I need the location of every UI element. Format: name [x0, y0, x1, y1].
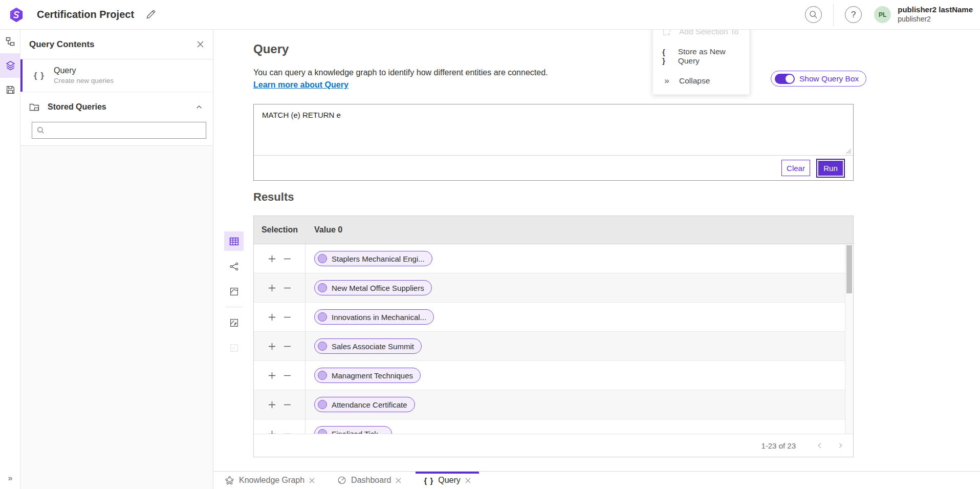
braces-icon: { } [662, 48, 670, 65]
stored-queries-header[interactable]: Stored Queries [20, 97, 213, 117]
dashboard-gauge-icon [337, 476, 346, 485]
help-button[interactable]: ? [845, 6, 862, 23]
results-view-toolbar [224, 231, 245, 363]
minus-icon [284, 314, 291, 321]
prev-page-button[interactable] [812, 440, 827, 451]
remove-from-selection-button[interactable] [283, 371, 292, 380]
plus-icon [269, 314, 275, 321]
search-icon [809, 10, 818, 19]
add-to-selection-button[interactable] [268, 313, 276, 322]
avatar[interactable]: PL [874, 6, 891, 23]
add-to-selection-button[interactable] [268, 430, 276, 434]
remove-from-selection-button[interactable] [283, 313, 292, 322]
entity-pill[interactable]: New Metal Office Suppliers [314, 280, 432, 295]
tab-close-button[interactable] [465, 478, 471, 483]
panel-query-item[interactable]: { } Query Create new queries [20, 59, 213, 92]
rail-save-button[interactable] [0, 78, 20, 101]
value-cell: Innovations in Mechanical... [306, 309, 434, 325]
remove-from-selection-button[interactable] [283, 254, 292, 263]
results-table-body: Staplers Mechanical Engi... New Metal Of… [254, 244, 853, 434]
rail-link-chart-button[interactable] [0, 30, 20, 53]
knowledge-graph-icon [225, 476, 234, 485]
map-icon [229, 287, 239, 296]
table-scrollbar[interactable] [845, 244, 853, 434]
table-row: Attendance Certificate [254, 390, 853, 419]
topbar-actions: ? PL publisher2 lastName publisher2 [805, 4, 973, 26]
table-row: Staplers Mechanical Engi... [254, 244, 853, 273]
panel-close-button[interactable] [197, 41, 204, 48]
toggle-switch-icon [775, 74, 795, 84]
value-cell: Managment Techniques [306, 368, 421, 383]
minus-icon [284, 343, 291, 350]
minus-icon [284, 256, 291, 262]
column-header-value0: Value 0 [306, 225, 342, 235]
plus-icon [269, 256, 275, 262]
minus-icon [284, 285, 291, 291]
minus-icon [284, 372, 291, 379]
results-table: Selection Value 0 Staplers Mechanical En… [253, 216, 854, 457]
entity-pill[interactable]: Finalized Tick... [314, 426, 392, 434]
add-to-selection-button[interactable] [268, 400, 276, 409]
tab-close-button[interactable] [309, 478, 315, 483]
entity-pill[interactable]: Sales Associate Summit [314, 338, 422, 354]
entity-pill[interactable]: Staplers Mechanical Engi... [314, 251, 432, 266]
add-to-selection-button[interactable] [268, 284, 276, 292]
entity-pill[interactable]: Innovations in Mechanical... [314, 309, 434, 325]
close-icon [197, 41, 204, 48]
query-textarea[interactable]: MATCH (e) RETURN e [254, 104, 853, 156]
value-cell: Sales Associate Summit [306, 338, 422, 354]
entity-dot-icon [318, 371, 327, 380]
run-button[interactable]: Run [816, 159, 845, 178]
selection-cell [254, 419, 306, 434]
query-item-title: Query [54, 66, 114, 76]
entity-pill[interactable]: Managment Techniques [314, 368, 421, 383]
chevron-right-icon [837, 442, 844, 449]
stored-queries-search-input[interactable] [49, 122, 206, 138]
remove-from-selection-button[interactable] [283, 400, 292, 409]
add-to-selection-button[interactable] [268, 254, 276, 263]
view-add-to-map-button[interactable] [224, 313, 244, 332]
chevron-up-icon [195, 103, 203, 111]
page-title: Certification Project [37, 9, 134, 20]
learn-more-link[interactable]: Learn more about Query [253, 80, 349, 90]
tab-close-button[interactable] [396, 478, 401, 483]
view-link-chart-button[interactable] [224, 257, 244, 276]
remove-from-selection-button[interactable] [283, 284, 292, 292]
query-box-footer: Clear Run [254, 156, 853, 180]
app-logo-icon[interactable] [8, 7, 25, 23]
view-map-button[interactable] [224, 282, 244, 301]
resize-handle-icon[interactable] [846, 148, 852, 154]
value-cell: New Metal Office Suppliers [306, 280, 432, 295]
search-button[interactable] [805, 6, 822, 23]
tab-dashboard[interactable]: Dashboard [329, 472, 409, 489]
entity-pill[interactable]: Attendance Certificate [314, 397, 415, 412]
tab-knowledge-graph[interactable]: Knowledge Graph [216, 472, 323, 489]
expand-panel-button[interactable]: » [0, 472, 20, 485]
entity-dot-icon [318, 429, 327, 434]
remove-from-selection-button[interactable] [283, 342, 292, 351]
tab-query[interactable]: { } Query [416, 472, 478, 489]
selection-cell [254, 273, 306, 302]
user-block[interactable]: publisher2 lastName publisher2 [898, 5, 973, 24]
scrollbar-thumb[interactable] [846, 245, 852, 293]
menu-item-label: Store as New Query [678, 47, 740, 66]
add-to-selection-button[interactable] [268, 342, 276, 351]
close-icon [309, 478, 315, 483]
link-chart-icon [5, 36, 15, 47]
menu-item-store-as-new-query[interactable]: { } Store as New Query [653, 44, 749, 69]
entity-label: New Metal Office Suppliers [332, 284, 424, 292]
menu-item-collapse[interactable]: » Collapse [653, 69, 749, 93]
edit-title-button[interactable] [145, 9, 156, 20]
add-to-selection-button[interactable] [268, 371, 276, 380]
view-table-button[interactable] [224, 231, 244, 251]
show-query-box-toggle[interactable]: Show Query Box [771, 71, 866, 87]
entity-label: Finalized Tick... [332, 430, 384, 434]
user-name: publisher2 lastName [898, 5, 973, 15]
entity-dot-icon [318, 342, 327, 351]
selection-cell [254, 361, 306, 390]
remove-from-selection-button[interactable] [283, 430, 292, 434]
folder-icon [29, 101, 40, 113]
clear-button[interactable]: Clear [781, 160, 810, 176]
next-page-button[interactable] [833, 440, 848, 451]
rail-contents-button[interactable] [0, 53, 20, 78]
